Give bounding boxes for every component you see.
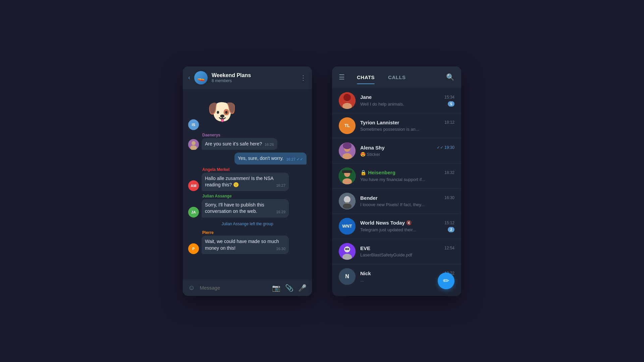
message-bubble: Sorry, I'll have to publish this convers… — [202, 199, 289, 218]
chat-item-preview: Telegram just updated their... — [360, 227, 416, 232]
sender-name: Daenerys — [202, 133, 277, 137]
table-row: AM Angela Merkel Hallo alle zusammen! Is… — [188, 167, 307, 191]
chat-subtitle: 8 members — [212, 78, 296, 83]
svg-point-10 — [343, 142, 352, 149]
avatar — [339, 142, 356, 159]
chat-item-info: Alena Shy ✓✓ 19:30 😍 Sticker — [360, 145, 454, 157]
emoji-button[interactable]: ☺ — [188, 284, 195, 292]
heisenberg-avatar-icon — [339, 168, 356, 184]
message-time: 16:26 — [265, 142, 274, 147]
system-msg-name: Julian Assange — [221, 222, 249, 226]
chat-item-top: EVE 12:54 — [360, 245, 454, 251]
chat-item-top: Jane 15:34 — [360, 94, 454, 100]
chat-item-preview: 😍 Sticker — [360, 152, 380, 157]
chat-messages: IS 🐶 Daenerys Are you sure i — [183, 89, 312, 280]
table-row: JA Julian Assange Sorry, I'll have to pu… — [188, 194, 307, 218]
chat-list: Jane 15:34 Well I do help animals. 5 TL … — [332, 88, 461, 296]
chat-item-info: Jane 15:34 Well I do help animals. 5 — [360, 94, 454, 107]
chat-item-info: 🔒 Heisenberg 18:32 You have my financial… — [360, 170, 454, 182]
chat-item-preview: LaserBlastSafetyGuide.pdf — [360, 252, 412, 257]
chat-title: Weekend Plans — [212, 72, 296, 78]
avatar: P — [188, 243, 199, 254]
chat-item-time: 15:34 — [444, 95, 454, 100]
chat-menu-button[interactable]: ⋮ — [300, 74, 307, 82]
list-item[interactable]: TL Tyrion Lannister 18:12 Sometimes poss… — [332, 113, 461, 138]
message-time: 16:27 ✓✓ — [286, 157, 303, 162]
list-item[interactable]: Alena Shy ✓✓ 19:30 😍 Sticker — [332, 138, 461, 164]
chat-item-info: World News Today 🔇 15:12 Telegram just u… — [360, 220, 454, 232]
bender-avatar-icon — [339, 193, 356, 209]
message-content: Julian Assange Sorry, I'll have to publi… — [202, 194, 289, 218]
tab-calls[interactable]: CALLS — [381, 72, 413, 83]
tab-bar: CHATS CALLS — [350, 72, 446, 83]
avatar — [339, 92, 356, 109]
compose-fab-button[interactable]: ✏ — [438, 273, 454, 289]
chat-group-avatar: 🚤 — [194, 71, 208, 84]
attach-button[interactable]: 📎 — [285, 284, 293, 292]
message-bubble: Are you sure it's safe here? 16:26 — [202, 138, 277, 150]
list-item[interactable]: WNT World News Today 🔇 15:12 Telegram ju… — [332, 214, 461, 239]
chat-item-bottom: LaserBlastSafetyGuide.pdf — [360, 252, 454, 257]
jane-avatar-icon — [339, 92, 356, 109]
chat-item-bottom: You have my financial support if... — [360, 177, 454, 182]
message-time: 16:27 — [276, 183, 285, 188]
chat-item-name: World News Today 🔇 — [360, 220, 412, 226]
chat-item-preview: ... — [360, 278, 364, 283]
svg-point-16 — [344, 196, 351, 203]
chat-item-preview: Well I do help animals. — [360, 102, 404, 107]
message-bubble: Hallo alle zusammen! Is the NSA reading … — [202, 173, 289, 191]
chat-item-bottom: Well I do help animals. 5 — [360, 101, 454, 107]
back-button[interactable]: ‹ — [188, 74, 190, 81]
message-content: Pierre Wait, we could have made so much … — [202, 230, 289, 254]
wnt-logo-text: WNT — [342, 224, 352, 229]
chat-item-preview: I looove new Pixels! If fact, they... — [360, 202, 425, 207]
mic-button[interactable]: 🎤 — [298, 284, 307, 292]
hamburger-menu-icon[interactable]: ☰ — [339, 73, 345, 81]
eve-avatar-icon — [339, 243, 356, 260]
avatar — [339, 243, 356, 260]
avatar: JA — [188, 207, 199, 218]
system-message: Julian Assange left the group — [188, 220, 307, 228]
alena-avatar-icon — [339, 142, 356, 159]
list-item[interactable]: 🔒 Heisenberg 18:32 You have my financial… — [332, 164, 461, 189]
chat-item-info: Tyrion Lannister 18:12 Sometimes possess… — [360, 120, 454, 132]
chat-item-name: Jane — [360, 94, 372, 100]
svg-point-18 — [343, 203, 352, 209]
avatar: IS — [188, 119, 199, 130]
list-item[interactable]: Bender 16:30 I looove new Pixels! If fac… — [332, 189, 461, 214]
chat-item-preview: Sometimes possession is an... — [360, 127, 419, 132]
unread-badge: 5 — [448, 101, 454, 107]
sender-name: Pierre — [202, 230, 289, 235]
table-row: IS 🐶 — [188, 93, 307, 130]
message-content: Daenerys Are you sure it's safe here? 16… — [202, 133, 277, 150]
avatar: TL — [339, 117, 356, 134]
sender-name: Julian Assange — [202, 194, 289, 198]
unread-badge: 2 — [448, 227, 454, 232]
chat-item-top: Tyrion Lannister 18:12 — [360, 120, 454, 125]
message-bubble: Yes, sure, don't worry. 16:27 ✓✓ — [234, 153, 307, 165]
chat-item-preview: You have my financial support if... — [360, 177, 425, 182]
search-button[interactable]: 🔍 — [446, 73, 454, 81]
chat-item-info: EVE 12:54 LaserBlastSafetyGuide.pdf — [360, 245, 454, 257]
chat-item-time: 16:30 — [444, 195, 454, 200]
list-item[interactable]: EVE 12:54 LaserBlastSafetyGuide.pdf — [332, 239, 461, 264]
message-input[interactable] — [200, 285, 267, 291]
chat-item-time: 15:12 — [444, 221, 454, 225]
svg-point-6 — [343, 94, 351, 101]
chat-item-time: 18:32 — [444, 170, 454, 175]
svg-point-22 — [345, 248, 347, 250]
tab-chats[interactable]: CHATS — [350, 72, 381, 83]
camera-button[interactable]: 📷 — [272, 284, 280, 292]
chat-header-info: Weekend Plans 8 members — [212, 72, 296, 83]
chat-item-top: Bender 16:30 — [360, 195, 454, 201]
avatar — [188, 139, 199, 150]
chat-item-name: Nick — [360, 270, 371, 276]
system-msg-text: left the group — [250, 222, 273, 226]
list-item[interactable]: Jane 15:34 Well I do help animals. 5 — [332, 88, 461, 113]
chat-item-top: World News Today 🔇 15:12 — [360, 220, 454, 226]
table-row: Daenerys Are you sure it's safe here? 16… — [188, 133, 307, 150]
chat-item-top: 🔒 Heisenberg 18:32 — [360, 170, 454, 176]
chat-item-top: Alena Shy ✓✓ 19:30 — [360, 145, 454, 150]
svg-rect-14 — [342, 170, 352, 173]
avatar: WNT — [339, 218, 356, 235]
